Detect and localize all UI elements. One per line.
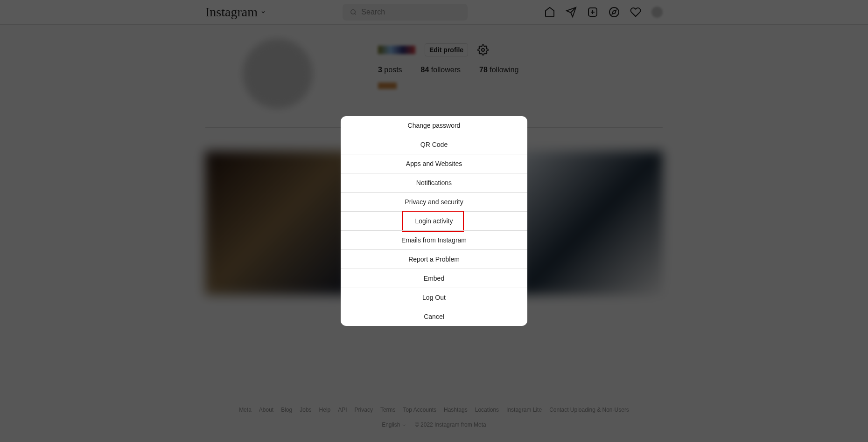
- modal-item-embed[interactable]: Embed: [341, 269, 527, 288]
- modal-overlay[interactable]: Change passwordQR CodeApps and WebsitesN…: [0, 0, 868, 442]
- modal-item-privacy-and-security[interactable]: Privacy and security: [341, 192, 527, 211]
- modal-item-log-out[interactable]: Log Out: [341, 288, 527, 307]
- settings-modal: Change passwordQR CodeApps and WebsitesN…: [341, 116, 527, 326]
- modal-item-apps-and-websites[interactable]: Apps and Websites: [341, 154, 527, 173]
- modal-item-cancel[interactable]: Cancel: [341, 307, 527, 326]
- modal-item-notifications[interactable]: Notifications: [341, 173, 527, 192]
- modal-item-qr-code[interactable]: QR Code: [341, 135, 527, 154]
- modal-item-emails-from-instagram[interactable]: Emails from Instagram: [341, 230, 527, 249]
- modal-item-change-password[interactable]: Change password: [341, 116, 527, 135]
- modal-item-login-activity[interactable]: Login activity: [341, 211, 527, 230]
- modal-item-report-a-problem[interactable]: Report a Problem: [341, 249, 527, 269]
